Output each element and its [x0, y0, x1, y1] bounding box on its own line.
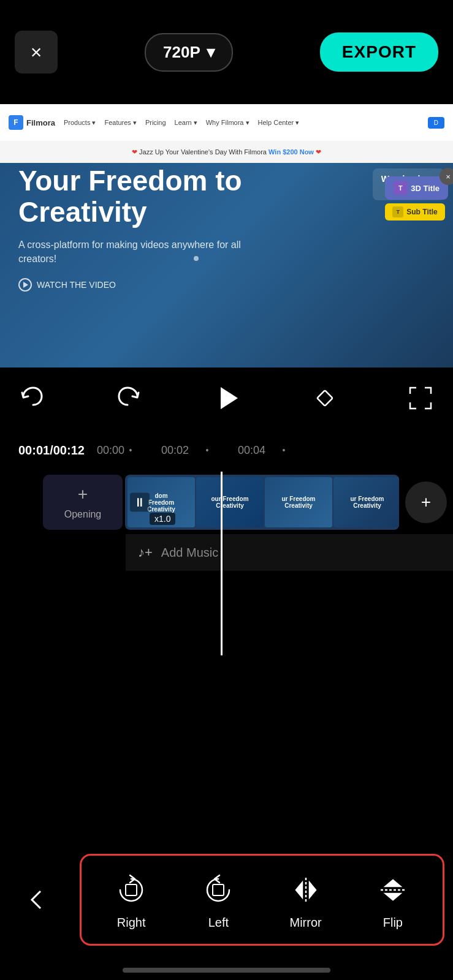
toolbar-item-flip[interactable]: Flip: [349, 870, 436, 930]
current-time: 00:01/00:12: [18, 443, 85, 458]
cursor-dot: [194, 256, 199, 261]
add-track-button[interactable]: +: [405, 481, 447, 523]
play-icon: [210, 381, 244, 415]
svg-rect-1: [318, 390, 333, 405]
thumb-3: ur FreedomCreativity: [265, 477, 332, 527]
nav-why: Why Filmora ▾: [206, 119, 249, 127]
t-icon-sub: T: [392, 206, 403, 217]
svg-marker-7: [310, 883, 316, 897]
controls-area: [0, 368, 453, 429]
right-label: Right: [117, 916, 146, 930]
back-button[interactable]: [0, 854, 74, 946]
svg-marker-10: [386, 894, 400, 900]
heart-icon-right: ❤: [316, 148, 321, 156]
nav-action-button[interactable]: D: [428, 117, 444, 129]
t-icon-3d: T: [394, 181, 407, 195]
video-preview: F Filmora Products ▾ Features ▾ Pricing …: [0, 104, 453, 368]
track-pause-icon: ⏸: [130, 493, 150, 512]
quality-label: 720P: [163, 43, 200, 62]
ruler-dot-3: •: [278, 445, 290, 455]
fullscreen-icon: [406, 384, 435, 412]
quality-arrow-icon: ▾: [207, 43, 215, 62]
video-track[interactable]: ⏸ domFreedomCreativity our FreedomCreati…: [125, 475, 399, 530]
tag-sub-label: Sub Title: [406, 208, 437, 216]
toolbar-item-right[interactable]: Right: [88, 870, 175, 930]
ruler-dot-2: •: [201, 445, 213, 455]
rotate-right-icon: [112, 870, 151, 910]
track-area: + Opening ⏸ domFreedomCreativity our Fre…: [0, 472, 453, 533]
svg-rect-4: [213, 884, 224, 895]
nav-pricing: Pricing: [145, 119, 166, 126]
music-track[interactable]: ♪+ Add Music: [126, 534, 453, 571]
opening-block: + Opening: [43, 475, 123, 530]
add-track-plus-icon: +: [421, 492, 431, 512]
fullscreen-button[interactable]: [406, 384, 435, 412]
title-tags-overlay: × T 3D Title T Sub Title: [385, 176, 448, 221]
svg-marker-6: [296, 883, 302, 897]
quality-button[interactable]: 720P ▾: [145, 33, 233, 72]
timeline-area: 00:01/00:12 00:00 • 00:02 • 00:04 •: [0, 429, 453, 472]
speed-badge: x1.0: [150, 513, 175, 525]
ruler-mark-1: 00:02: [161, 444, 189, 457]
add-music-label: Add Music: [161, 546, 218, 560]
rotate-left-icon: [199, 870, 238, 910]
play-circle-icon: [18, 278, 32, 292]
hero-title: Your Freedom to Creativity: [18, 165, 281, 227]
close-tag-icon[interactable]: ×: [440, 168, 453, 185]
svg-rect-3: [126, 884, 137, 895]
mirror-icon: [286, 870, 325, 910]
heart-icon: ❤: [132, 148, 137, 156]
flip-icon: [373, 870, 413, 910]
bottom-toolbar: Right Left Mirror: [80, 854, 444, 946]
svg-marker-9: [386, 880, 400, 886]
hero-content: Your Freedom to Creativity A cross-platf…: [18, 165, 281, 292]
music-icon: ♪+: [138, 545, 153, 560]
tag-sub-title: T Sub Title: [385, 203, 444, 221]
tag-3d-label: 3D Title: [411, 184, 440, 193]
nav-features: Features ▾: [104, 119, 136, 127]
back-icon: [23, 886, 50, 913]
ruler-mark-0: 00:00: [97, 444, 124, 457]
redo-icon: [114, 384, 142, 412]
playhead: [221, 472, 223, 655]
valentine-text: Jazz Up Your Valentine's Day With Filmor…: [139, 148, 267, 156]
opening-plus-icon: +: [78, 484, 88, 504]
toolbar-item-left[interactable]: Left: [175, 870, 262, 930]
opening-label: Opening: [64, 509, 102, 520]
play-button[interactable]: [210, 381, 244, 415]
watch-video-label: WATCH THE VIDEO: [37, 280, 116, 290]
redo-button[interactable]: [114, 384, 142, 412]
nav-learn: Learn ▾: [175, 119, 197, 127]
tag-3d-title: T 3D Title: [385, 176, 448, 200]
left-label: Left: [208, 916, 229, 930]
export-button[interactable]: EXPORT: [320, 32, 438, 72]
logo-icon: F: [9, 115, 23, 130]
nav-help: Help Center ▾: [258, 119, 300, 127]
ruler-mark-2: 00:04: [238, 444, 265, 457]
scroll-bar[interactable]: [123, 968, 330, 973]
mirror-label: Mirror: [290, 916, 322, 930]
win-text: Win $200 Now: [268, 148, 314, 156]
filmora-logo: F Filmora: [9, 115, 55, 130]
play-triangle-icon: [23, 282, 28, 288]
ruler-dot-1: •: [124, 445, 137, 455]
undo-button[interactable]: [18, 384, 47, 412]
keyframe-button[interactable]: [311, 384, 339, 412]
thumb-2: our FreedomCreativity: [196, 477, 264, 527]
preview-inner: F Filmora Products ▾ Features ▾ Pricing …: [0, 104, 453, 368]
nav-products: Products ▾: [64, 119, 96, 127]
flip-label: Flip: [383, 916, 403, 930]
logo-text: Filmora: [26, 118, 55, 127]
svg-marker-0: [221, 387, 238, 409]
close-icon: ×: [31, 41, 42, 64]
watch-video: WATCH THE VIDEO: [18, 278, 281, 292]
undo-icon: [18, 384, 47, 412]
keyframe-icon: [311, 384, 339, 412]
top-bar: × 720P ▾ EXPORT: [0, 0, 453, 104]
preview-nav: F Filmora Products ▾ Features ▾ Pricing …: [0, 104, 453, 141]
toolbar-item-mirror[interactable]: Mirror: [262, 870, 349, 930]
thumb-4: ur FreedomCreativity: [333, 477, 399, 527]
hero-subtitle: A cross-platform for making videos anywh…: [18, 238, 281, 266]
close-button[interactable]: ×: [15, 31, 58, 74]
valentine-banner: ❤ Jazz Up Your Valentine's Day With Film…: [0, 141, 453, 163]
